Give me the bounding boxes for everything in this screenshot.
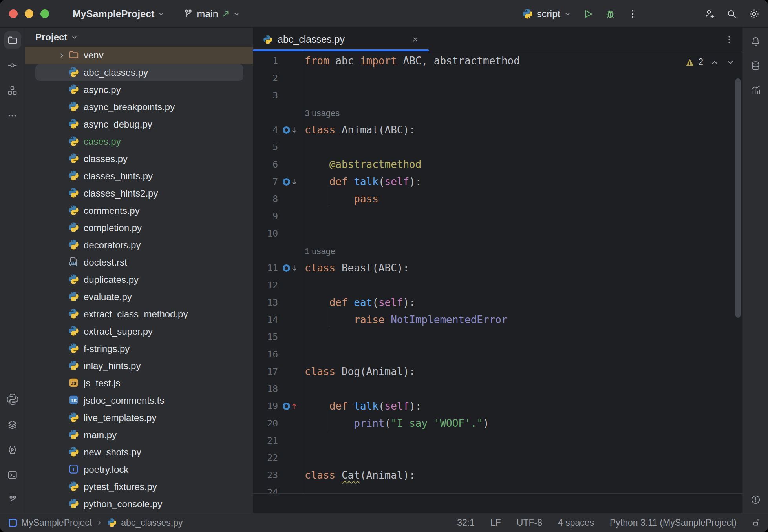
close-window-button[interactable]: [9, 9, 18, 18]
tree-item-extract_class_method.py[interactable]: extract_class_method.py: [25, 306, 253, 323]
database-tool-button[interactable]: [747, 57, 764, 74]
line-number[interactable]: 1: [253, 52, 278, 69]
tree-item-poetry.lock[interactable]: Tpoetry.lock: [25, 461, 253, 478]
tree-item-abc_classes.py[interactable]: abc_classes.py: [25, 64, 253, 81]
tree-item-js_test.js[interactable]: JSjs_test.js: [25, 375, 253, 392]
tree-item-completion.py[interactable]: completion.py: [25, 219, 253, 237]
line-number[interactable]: 3: [253, 87, 278, 104]
more-actions-button[interactable]: [627, 9, 638, 19]
vcs-branch-widget[interactable]: main ↗: [183, 8, 240, 20]
line-number[interactable]: 11: [253, 259, 278, 277]
line-number[interactable]: 20: [253, 415, 278, 432]
line-number[interactable]: 24: [253, 484, 278, 494]
indent-widget[interactable]: 4 spaces: [558, 517, 594, 528]
line-number[interactable]: 18: [253, 380, 278, 397]
line-number[interactable]: 5: [253, 138, 278, 156]
previous-problem-button[interactable]: [710, 58, 719, 67]
line-number[interactable]: 7: [253, 173, 278, 190]
encoding-widget[interactable]: UTF-8: [517, 517, 542, 528]
tree-item-f-strings.py[interactable]: f-strings.py: [25, 340, 253, 357]
tree-item-classes_hints.py[interactable]: classes_hints.py: [25, 168, 253, 185]
tree-item-extract_super.py[interactable]: extract_super.py: [25, 323, 253, 340]
terminal-tool-button[interactable]: [4, 466, 21, 483]
editor-bottom-strip: [253, 494, 742, 513]
tree-item-python_console.py[interactable]: python_console.py: [25, 496, 253, 513]
python-packages-tool-button[interactable]: [4, 391, 21, 408]
line-separator-widget[interactable]: LF: [490, 517, 501, 528]
notifications-tool-button[interactable]: [747, 33, 764, 50]
breadcrumb-project[interactable]: MySampleProject: [21, 517, 92, 528]
tree-item-new_shots.py[interactable]: new_shots.py: [25, 444, 253, 461]
line-number[interactable]: 15: [253, 328, 278, 346]
version-control-tool-button[interactable]: [4, 491, 21, 508]
line-number[interactable]: 17: [253, 363, 278, 380]
line-number[interactable]: 22: [253, 449, 278, 466]
line-number[interactable]: 9: [253, 208, 278, 225]
expand-chevron-icon[interactable]: [55, 52, 68, 59]
tree-item-evaluate.py[interactable]: evaluate.py: [25, 288, 253, 306]
project-tool-button[interactable]: [4, 31, 21, 49]
minimize-window-button[interactable]: [25, 9, 33, 18]
line-number[interactable]: 8: [253, 190, 278, 208]
close-tab-icon[interactable]: [412, 36, 419, 43]
problems-tool-button[interactable]: [747, 491, 764, 508]
tree-item-doctest.rst[interactable]: RSTdoctest.rst: [25, 254, 253, 271]
line-number[interactable]: 23: [253, 466, 278, 484]
tree-item-pytest_fixtures.py[interactable]: pytest_fixtures.py: [25, 478, 253, 496]
tree-item-cases.py[interactable]: cases.py: [25, 133, 253, 150]
unlocked-padlock-icon[interactable]: [752, 518, 761, 527]
code-with-me-button[interactable]: [704, 9, 715, 19]
project-widget[interactable]: MySampleProject: [73, 8, 165, 20]
tree-item-venv[interactable]: venv: [25, 47, 253, 64]
tree-item-async_breakpoints.py[interactable]: async_breakpoints.py: [25, 98, 253, 116]
settings-gear-button[interactable]: [749, 9, 759, 19]
run-configuration-selector[interactable]: script: [522, 8, 571, 20]
code-editor[interactable]: 1from abc import ABC, abstractmethod233 …: [253, 51, 742, 494]
search-everywhere-button[interactable]: [726, 9, 737, 19]
charts-tool-button[interactable]: [747, 81, 764, 98]
tree-item-duplicates.py[interactable]: duplicates.py: [25, 271, 253, 288]
tree-item-async_debug.py[interactable]: async_debug.py: [25, 116, 253, 133]
tab-options-button[interactable]: [724, 28, 734, 51]
tree-item-classes_hints2.py[interactable]: classes_hints2.py: [25, 185, 253, 202]
zoom-window-button[interactable]: [40, 9, 49, 18]
tree-item-main.py[interactable]: main.py: [25, 426, 253, 444]
warning-triangle-icon[interactable]: [686, 58, 694, 67]
implemented-gutter-icon[interactable]: [278, 173, 303, 190]
line-number[interactable]: 2: [253, 69, 278, 87]
line-number[interactable]: 10: [253, 225, 278, 242]
tree-item-inlay_hints.py[interactable]: inlay_hints.py: [25, 357, 253, 375]
tree-item-decorators.py[interactable]: decorators.py: [25, 237, 253, 254]
run-tool-button[interactable]: [4, 441, 21, 458]
implemented-gutter-icon[interactable]: [278, 259, 303, 277]
services-tool-button[interactable]: [4, 416, 21, 433]
implemented-gutter-icon[interactable]: [278, 121, 303, 138]
line-number[interactable]: 16: [253, 346, 278, 363]
project-panel-header[interactable]: Project: [25, 28, 253, 47]
line-number[interactable]: 19: [253, 397, 278, 415]
line-number[interactable]: 21: [253, 432, 278, 449]
tree-item-comments.py[interactable]: comments.py: [25, 202, 253, 219]
editor-scrollbar[interactable]: [735, 78, 741, 318]
breadcrumb-file[interactable]: abc_classes.py: [121, 517, 183, 528]
line-number[interactable]: 14: [253, 311, 278, 328]
line-number[interactable]: 13: [253, 294, 278, 311]
editor-tab-abc-classes[interactable]: abc_classes.py: [253, 28, 429, 51]
commit-tool-button[interactable]: [4, 56, 21, 74]
next-problem-button[interactable]: [726, 58, 735, 67]
line-number[interactable]: 12: [253, 277, 278, 294]
tree-item-live_templates.py[interactable]: live_templates.py: [25, 409, 253, 426]
overrides-gutter-icon[interactable]: [278, 397, 303, 415]
line-number[interactable]: 4: [253, 121, 278, 138]
run-button[interactable]: [583, 9, 593, 19]
caret-position-widget[interactable]: 32:1: [457, 517, 475, 528]
debug-button[interactable]: [605, 9, 616, 19]
tree-item-label: main.py: [84, 430, 117, 441]
line-number[interactable]: 6: [253, 156, 278, 173]
tree-item-classes.py[interactable]: classes.py: [25, 150, 253, 168]
tree-item-async.py[interactable]: async.py: [25, 81, 253, 98]
more-tool-windows-button[interactable]: [4, 107, 21, 124]
interpreter-widget[interactable]: Python 3.11 (MySampleProject): [610, 517, 737, 528]
tree-item-jsdoc_comments.ts[interactable]: TSjsdoc_comments.ts: [25, 392, 253, 409]
structure-tool-button[interactable]: [4, 82, 21, 99]
